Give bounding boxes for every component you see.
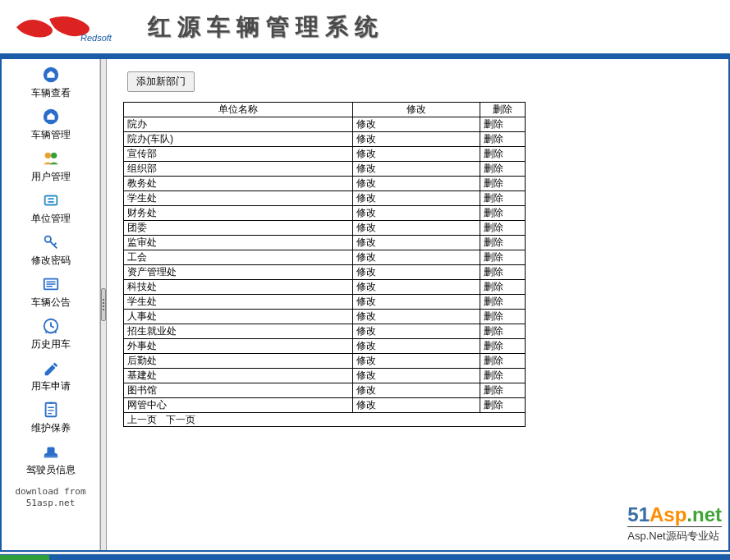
edit-link[interactable]: 修改 [356,384,376,396]
svg-rect-9 [45,403,56,417]
table-row: 工会修改删除 [124,250,526,265]
delete-link[interactable]: 删除 [484,281,503,292]
edit-link[interactable]: 修改 [356,251,376,263]
table-header-row: 单位名称 修改 删除 [124,103,526,117]
sidebar-item-label: 单位管理 [31,212,71,226]
sidebar-item-label: 驾驶员信息 [26,463,76,477]
sidebar-item-1[interactable]: 车辆管理 [26,105,76,144]
delete-link[interactable]: 删除 [484,207,503,218]
sidebar-item-6[interactable]: 历史用车 [26,314,76,353]
edit-link[interactable]: 修改 [356,340,376,351]
sidebar-item-5[interactable]: 车辆公告 [26,273,76,311]
delete-link[interactable]: 删除 [484,296,503,307]
cell-name: 外事处 [124,339,353,354]
delete-link[interactable]: 删除 [484,399,503,411]
splitter-handle-icon [101,288,106,321]
edit-link[interactable]: 修改 [356,177,376,189]
cell-name: 招生就业处 [124,324,353,339]
sidebar-item-label: 车辆管理 [31,128,71,142]
delete-link[interactable]: 删除 [484,266,503,278]
edit-link[interactable]: 修改 [356,236,376,248]
edit-link[interactable]: 修改 [356,310,376,322]
edit-link[interactable]: 修改 [356,281,376,292]
col-header-edit: 修改 [353,103,480,117]
sidebar-item-label: 车辆查看 [31,86,71,100]
table-row: 监审处修改删除 [124,236,526,250]
delete-link[interactable]: 删除 [484,310,503,322]
delete-link[interactable]: 删除 [484,340,503,351]
cell-name: 组织部 [124,162,353,177]
org-icon [41,190,61,210]
history-icon [41,316,61,336]
sidebar-item-2[interactable]: 用户管理 [26,147,76,186]
col-header-name: 单位名称 [124,103,353,117]
svg-point-6 [44,236,50,242]
cell-name: 学生处 [124,191,353,206]
cell-name: 图书馆 [124,383,353,398]
add-department-button[interactable]: 添加新部门 [127,71,195,92]
table-row: 基建处修改删除 [124,369,526,383]
brand-logo: Redsoft [8,7,123,48]
footer-logo-text: 51Asp.net [627,503,722,526]
next-page-link[interactable]: 下一页 [166,414,195,425]
table-row: 图书馆修改删除 [124,383,526,398]
cell-name: 科技处 [124,280,353,295]
edit-link[interactable]: 修改 [356,296,376,307]
sidebar-item-label: 维护保养 [31,421,71,435]
cell-name: 工会 [124,250,353,265]
edit-link[interactable]: 修改 [356,207,376,218]
table-row: 学生处修改删除 [124,191,526,206]
edit-link[interactable]: 修改 [356,325,376,337]
cell-name: 宣传部 [124,147,353,162]
sidebar-item-4[interactable]: 修改密码 [26,231,76,269]
sidebar-item-8[interactable]: 维护保养 [26,398,76,437]
app-header: Redsoft 红源车辆管理系统 [0,0,730,57]
sidebar-item-3[interactable]: 单位管理 [26,189,76,227]
prev-page-link[interactable]: 上一页 [127,414,157,425]
delete-link[interactable]: 删除 [484,355,503,366]
edit-link[interactable]: 修改 [356,355,376,366]
delete-link[interactable]: 删除 [484,177,503,189]
delete-link[interactable]: 删除 [484,370,503,381]
sidebar-item-7[interactable]: 用车申请 [26,356,76,395]
edit-link[interactable]: 修改 [356,266,376,278]
delete-link[interactable]: 删除 [484,222,503,233]
delete-link[interactable]: 删除 [484,384,503,396]
car-view-icon [41,65,61,85]
edit-link[interactable]: 修改 [356,163,376,174]
table-row: 后勤处修改删除 [124,354,526,369]
table-row: 学生处修改删除 [124,295,526,310]
table-row: 组织部修改删除 [124,162,526,177]
content-area: 添加新部门 单位名称 修改 删除 院办修改删除院办(车队)修改删除宣传部修改删除… [107,59,728,550]
delete-link[interactable]: 删除 [484,118,503,130]
sidebar-item-9[interactable]: 驾驶员信息 [26,440,76,479]
svg-text:Redsoft: Redsoft [80,33,112,43]
delete-link[interactable]: 删除 [484,192,503,204]
sidebar-item-label: 用车申请 [31,379,71,393]
splitter[interactable] [100,59,107,550]
sidebar-item-0[interactable]: 车辆查看 [26,63,76,102]
delete-link[interactable]: 删除 [484,251,503,263]
svg-point-3 [44,153,50,158]
cell-name: 财务处 [124,206,353,221]
edit-link[interactable]: 修改 [356,399,376,411]
delete-link[interactable]: 删除 [484,325,503,337]
edit-link[interactable]: 修改 [356,148,376,159]
car-manage-icon [41,107,61,126]
edit-link[interactable]: 修改 [356,222,376,233]
col-header-delete: 删除 [480,103,526,117]
edit-link[interactable]: 修改 [356,370,376,381]
main-container: 车辆查看车辆管理用户管理单位管理修改密码车辆公告历史用车用车申请维护保养驾驶员信… [0,57,730,552]
delete-link[interactable]: 删除 [484,163,503,174]
delete-link[interactable]: 删除 [484,133,503,145]
edit-link[interactable]: 修改 [356,133,376,145]
delete-link[interactable]: 删除 [484,148,503,159]
cell-name: 资产管理处 [124,265,353,280]
delete-link[interactable]: 删除 [484,236,503,248]
sidebar-item-label: 修改密码 [31,254,71,268]
cell-name: 网管中心 [124,398,353,413]
edit-link[interactable]: 修改 [356,118,376,130]
svg-rect-5 [44,196,57,205]
department-table: 单位名称 修改 删除 院办修改删除院办(车队)修改删除宣传部修改删除组织部修改删… [123,102,526,413]
edit-link[interactable]: 修改 [356,192,376,204]
